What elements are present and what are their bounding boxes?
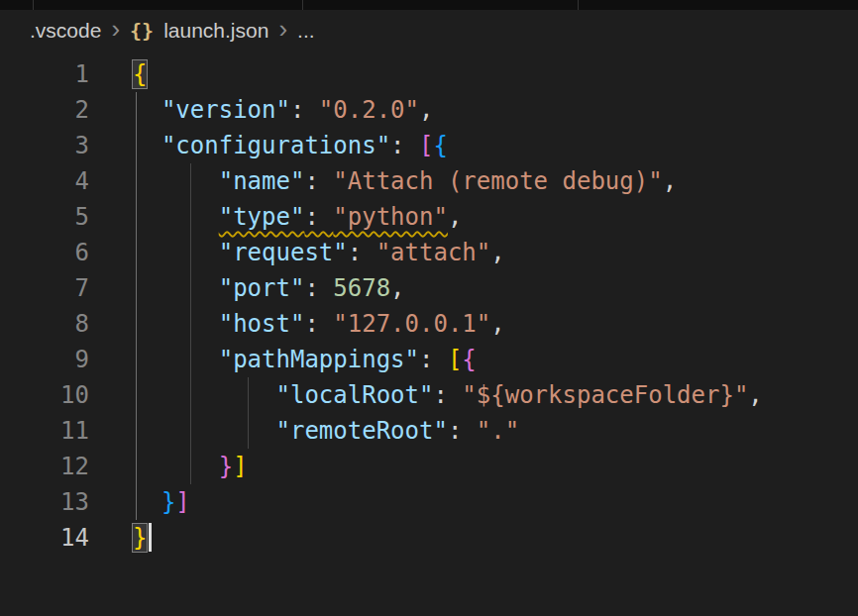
- code-token: ,: [748, 381, 762, 409]
- editor[interactable]: 1{2 "version": "0.2.0",3 "configurations…: [0, 51, 858, 556]
- line-number[interactable]: 14: [0, 520, 97, 556]
- code-token: ,: [490, 310, 504, 338]
- code-line[interactable]: 13 }]: [0, 484, 858, 520]
- code-token: "attach": [376, 239, 491, 266]
- line-number[interactable]: 2: [0, 92, 97, 128]
- json-key: "type": [219, 203, 305, 231]
- line-number[interactable]: 13: [0, 484, 97, 520]
- indent-guide: [248, 377, 249, 449]
- code-line[interactable]: 7 "port": 5678,: [0, 270, 858, 306]
- indent-guide: [190, 163, 191, 484]
- code-line[interactable]: 5 "type": "python",: [0, 199, 858, 235]
- code-line[interactable]: 1{: [0, 56, 858, 92]
- json-key: "port": [219, 274, 305, 302]
- code-text: }]: [97, 449, 248, 484]
- code-token: ,: [490, 239, 504, 266]
- line-number[interactable]: 11: [0, 413, 97, 449]
- code-line[interactable]: 9 "pathMappings": [{: [0, 342, 858, 377]
- code-token: ,: [390, 274, 404, 302]
- line-number[interactable]: 3: [0, 128, 97, 163]
- breadcrumb-file[interactable]: launch.json: [163, 19, 268, 43]
- code-text: }]: [97, 484, 190, 520]
- line-number[interactable]: 9: [0, 342, 97, 377]
- code-token: }: [133, 524, 147, 552]
- code-line[interactable]: 3 "configurations": [{: [0, 128, 858, 163]
- json-file-icon: {}: [130, 19, 154, 43]
- code-token: {: [433, 132, 447, 159]
- code-token: :: [304, 310, 333, 338]
- tab-separator: [302, 0, 303, 10]
- json-key: "name": [219, 167, 305, 195]
- code-token: [133, 417, 276, 445]
- code-token: "127.0.0.1": [333, 310, 490, 338]
- code-token: [133, 346, 219, 373]
- line-number[interactable]: 10: [0, 377, 97, 413]
- code-token: [133, 488, 161, 516]
- code-token: :: [304, 203, 333, 231]
- code-text: "name": "Attach (remote debug)",: [97, 163, 677, 199]
- code-text: "version": "0.2.0",: [97, 92, 433, 128]
- code-token: "Attach (remote debug)": [333, 167, 662, 195]
- code-token: }: [219, 453, 233, 480]
- json-key: "localRoot": [276, 381, 434, 409]
- code-token: :: [304, 274, 333, 302]
- line-number[interactable]: 12: [0, 449, 97, 484]
- code-line[interactable]: 6 "request": "attach",: [0, 235, 858, 270]
- json-key: "remoteRoot": [276, 417, 448, 445]
- json-key: "pathMappings": [219, 346, 419, 373]
- line-number[interactable]: 5: [0, 199, 97, 235]
- breadcrumb-symbol-more[interactable]: ...: [297, 19, 315, 43]
- code-token: [133, 381, 276, 409]
- code-token: ]: [175, 488, 189, 516]
- code-token: ".": [477, 417, 519, 445]
- code-text: "type": "python",: [97, 199, 462, 235]
- json-key: "host": [219, 310, 305, 338]
- code-token: [: [448, 346, 462, 373]
- code-token: [133, 132, 161, 159]
- line-number[interactable]: 7: [0, 270, 97, 306]
- code-token: :: [348, 239, 376, 266]
- code-token: :: [448, 417, 477, 445]
- code-token: ]: [233, 453, 247, 480]
- breadcrumb: .vscode › {} launch.json › ...: [0, 10, 858, 51]
- code-line[interactable]: 4 "name": "Attach (remote debug)",: [0, 163, 858, 199]
- line-number[interactable]: 4: [0, 163, 97, 199]
- code-line[interactable]: 8 "host": "127.0.0.1",: [0, 306, 858, 342]
- code-token: [133, 167, 219, 195]
- code-token: :: [290, 96, 319, 124]
- code-token: [133, 453, 219, 480]
- indent-guide: [136, 92, 137, 520]
- json-key: "version": [161, 96, 290, 124]
- code-token: 5678: [333, 274, 390, 302]
- json-key: "request": [219, 239, 348, 266]
- breadcrumb-folder[interactable]: .vscode: [30, 19, 101, 43]
- code-line[interactable]: 11 "remoteRoot": ".": [0, 413, 858, 449]
- code-text: "localRoot": "${workspaceFolder}",: [97, 377, 763, 413]
- line-number[interactable]: 1: [0, 56, 97, 92]
- code-line[interactable]: 2 "version": "0.2.0",: [0, 92, 858, 128]
- code-text: "remoteRoot": ".": [97, 413, 519, 449]
- line-number[interactable]: 6: [0, 235, 97, 270]
- code-text: "configurations": [{: [97, 128, 448, 163]
- code-line[interactable]: 14}: [0, 520, 858, 556]
- code-token: {: [462, 346, 476, 373]
- code-token: "python": [333, 203, 448, 231]
- code-text: }: [97, 520, 152, 556]
- tab-bar-edge: [0, 0, 858, 10]
- code-token: [133, 239, 219, 266]
- line-number[interactable]: 8: [0, 306, 97, 342]
- code-token: [133, 203, 219, 231]
- code-text: "request": "attach",: [97, 235, 505, 270]
- code-text: "port": 5678,: [97, 270, 405, 306]
- code-token: ,: [448, 203, 462, 231]
- code-line[interactable]: 10 "localRoot": "${workspaceFolder}",: [0, 377, 858, 413]
- code-token: ,: [663, 167, 677, 195]
- code-token: }: [161, 488, 175, 516]
- code-token: :: [419, 346, 448, 373]
- code-line[interactable]: 12 }]: [0, 449, 858, 484]
- code-token: {: [133, 60, 147, 88]
- code-lines: 1{2 "version": "0.2.0",3 "configurations…: [0, 56, 858, 556]
- code-text: "pathMappings": [{: [97, 342, 477, 377]
- code-text: "host": "127.0.0.1",: [97, 306, 505, 342]
- code-token: :: [304, 167, 333, 195]
